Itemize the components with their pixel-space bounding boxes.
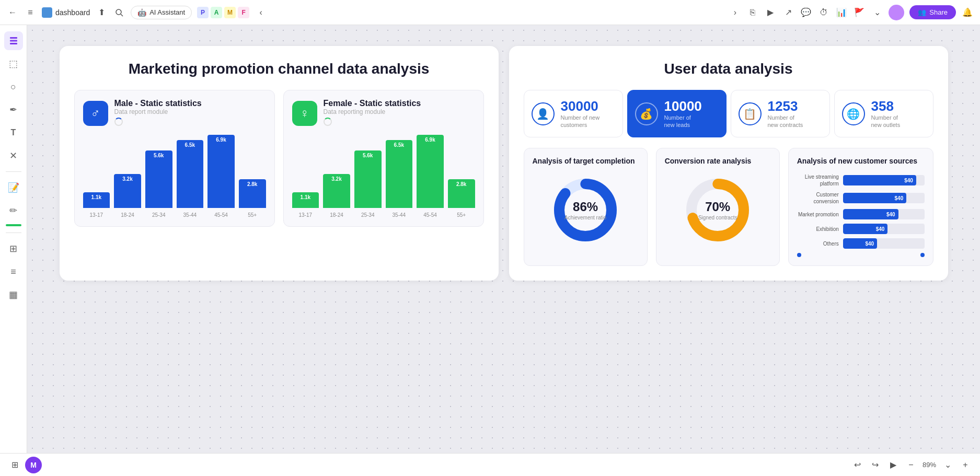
female-bar-value: 1.1k <box>301 194 310 200</box>
share-network-icon[interactable]: ↗ <box>782 6 794 19</box>
stat-row: 👤 30000 Number of newcustomers 💰 10000 N… <box>524 90 933 137</box>
history-icon[interactable]: ⏱ <box>817 6 830 19</box>
left-panel: Marketing promotion channel data analysi… <box>60 46 499 281</box>
play-bottom-icon[interactable]: ▶ <box>887 459 900 471</box>
stat-icon: 👤 <box>532 102 555 125</box>
stat-label: Number ofnew leads <box>664 114 702 129</box>
male-bar-value: 1.1k <box>91 194 101 200</box>
notification-icon[interactable]: 🔔 <box>961 6 974 19</box>
female-bar-label: 45-54 <box>423 212 437 218</box>
source-bar-label: Customer conversion <box>797 191 839 205</box>
female-chart-card: ♀ Female - Static statistics Data report… <box>283 90 484 227</box>
upload-icon[interactable]: ⬆ <box>95 6 108 19</box>
female-bar-group: 2.8k 55+ <box>448 179 475 218</box>
target-completion-card: Analysis of target completion 86% Achiev… <box>524 148 648 266</box>
stat-card: 📋 1253 Number ofnew contracts <box>731 90 830 137</box>
male-bar-group: 3.2k 18-24 <box>114 174 141 218</box>
sidebar-draw-icon[interactable]: ✏ <box>4 201 23 220</box>
sidebar-connect-icon[interactable]: ✕ <box>4 146 23 165</box>
sidebar-shapes-icon[interactable]: ○ <box>4 77 23 96</box>
male-bar: 1.1k <box>83 192 110 208</box>
sidebar-list-icon[interactable]: ≡ <box>4 262 23 281</box>
source-bar-fill: $40 <box>843 238 877 249</box>
male-bar: 5.6k <box>145 150 172 208</box>
tab-icon-2[interactable]: A <box>211 7 222 18</box>
search-icon[interactable] <box>113 6 125 19</box>
male-bar-value: 3.2k <box>122 176 132 182</box>
male-bar-value: 6.5k <box>185 142 195 148</box>
sidebar-line-icon[interactable] <box>6 224 21 226</box>
ai-icon: 🤖 <box>137 8 146 17</box>
male-bar-label: 18-24 <box>121 212 134 218</box>
sidebar-note-icon[interactable]: 📝 <box>4 178 23 197</box>
sources-bars: Live streaming platform $40 Customer con… <box>797 173 925 249</box>
male-bar-group: 1.1k 13-17 <box>83 192 110 218</box>
female-bar: 1.1k <box>292 192 319 208</box>
female-bar-value: 6.9k <box>425 137 435 143</box>
bottombar: ⊞ M ↩ ↪ ▶ − 89% ⌄ + <box>0 453 980 476</box>
collapse-left-icon[interactable]: ‹ <box>255 6 267 19</box>
sidebar-layers-icon[interactable] <box>4 31 23 50</box>
tab-icon-3[interactable]: M <box>224 7 236 18</box>
male-bar: 3.2k <box>114 174 141 208</box>
female-bar-value: 2.8k <box>456 181 466 187</box>
female-bar-group: 1.1k 13-17 <box>292 192 319 218</box>
male-bar-group: 2.8k 55+ <box>239 179 266 218</box>
chart-icon[interactable]: 📊 <box>835 6 848 19</box>
page-nav-icon[interactable]: ⊞ <box>8 459 21 471</box>
zoom-out-icon[interactable]: − <box>905 459 917 471</box>
sources-card: Analysis of new customer sources Live st… <box>788 148 933 266</box>
back-icon[interactable]: ← <box>6 6 19 19</box>
undo-icon[interactable]: ↩ <box>851 459 864 471</box>
menu-icon[interactable]: ≡ <box>24 6 37 19</box>
source-bar-row: Customer conversion $40 <box>797 191 925 205</box>
source-bar-row: Others $40 <box>797 238 925 249</box>
tab-icon-1[interactable]: P <box>197 7 209 18</box>
comment-icon[interactable]: 💬 <box>800 6 812 19</box>
stat-number: 30000 <box>561 99 600 114</box>
topbar-left: ← ≡ dashboard ⬆ 🤖 AI Assistant P A M F ‹ <box>6 6 724 19</box>
source-bar-value: $40 <box>886 212 895 217</box>
avatar[interactable] <box>889 5 904 20</box>
svg-point-0 <box>116 9 121 15</box>
source-bar-label: Others <box>797 240 839 247</box>
female-bar-value: 6.5k <box>394 142 404 148</box>
female-bar-group: 5.6k 25-34 <box>354 150 382 218</box>
female-bar-value: 5.6k <box>363 153 373 158</box>
ai-assistant-button[interactable]: 🤖 AI Assistant <box>131 6 192 19</box>
stat-info: 10000 Number ofnew leads <box>664 99 702 129</box>
flag-icon[interactable]: 🚩 <box>853 6 866 19</box>
share-button[interactable]: 👥 Share <box>909 5 956 19</box>
male-bar-chart: 1.1k 13-17 3.2k 18-24 5.6k 25-34 6.5k <box>83 134 266 218</box>
redo-icon[interactable]: ↪ <box>869 459 882 471</box>
male-bar-label: 45-54 <box>214 212 228 218</box>
play-icon[interactable]: ▶ <box>764 6 777 19</box>
zoom-dropdown-icon[interactable]: ⌄ <box>941 459 954 471</box>
male-icon: ♂ <box>83 101 108 126</box>
female-bar-label: 18-24 <box>330 212 343 218</box>
copy-icon[interactable]: ⎘ <box>746 6 759 19</box>
female-bar-group: 3.2k 18-24 <box>323 174 350 218</box>
chevron-down-icon[interactable]: ⌄ <box>871 6 883 19</box>
tab-icon-4[interactable]: F <box>238 7 249 18</box>
ai-assistant-label: AI Assistant <box>149 8 185 16</box>
source-bar-track: $40 <box>843 238 925 249</box>
female-bar-label: 13-17 <box>299 212 313 218</box>
sidebar-data-icon[interactable]: ▦ <box>4 285 23 304</box>
main-content: Marketing promotion channel data analysi… <box>27 25 980 476</box>
expand-icon[interactable]: › <box>729 6 741 19</box>
svg-line-1 <box>121 14 123 16</box>
female-bar-label: 25-34 <box>361 212 375 218</box>
sidebar-text-icon[interactable]: T <box>4 123 23 142</box>
male-bar-label: 25-34 <box>152 212 166 218</box>
sidebar-frame-icon[interactable]: ⬚ <box>4 54 23 73</box>
target-percent: 86% <box>564 200 606 214</box>
topbar-brand: dashboard <box>42 7 90 18</box>
sidebar-pen-icon[interactable]: ✒ <box>4 100 23 119</box>
left-panel-title: Marketing promotion channel data analysi… <box>74 61 484 77</box>
sidebar-table-icon[interactable]: ⊞ <box>4 239 23 258</box>
share-label: Share <box>929 8 948 16</box>
female-bar-value: 3.2k <box>331 176 341 182</box>
zoom-in-icon[interactable]: + <box>959 459 972 471</box>
male-bar-value: 5.6k <box>154 153 164 158</box>
